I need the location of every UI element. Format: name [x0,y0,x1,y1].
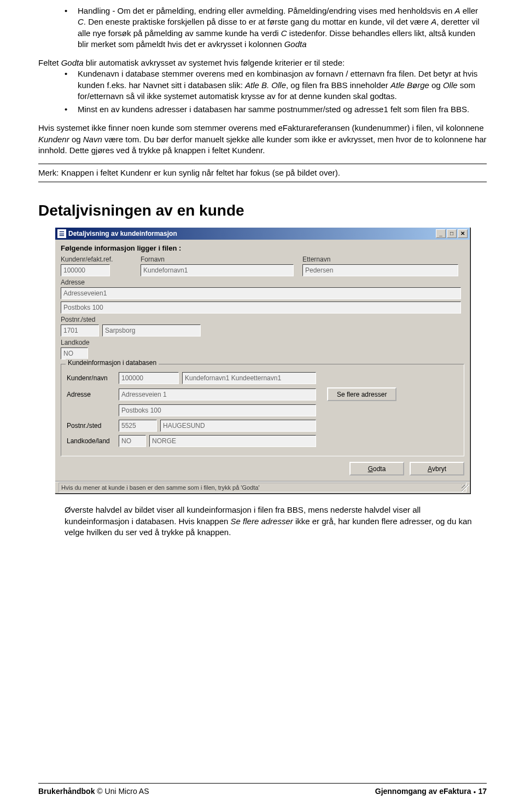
input-db-adresse1[interactable]: Adresseveien 1 [119,388,316,401]
group-kundeinfo-db: Kundeinformasjon i databasen Kundenr/nav… [61,364,464,456]
label-kundenr-navn: Kundenr/navn [67,374,119,382]
bullet-dot: • [65,5,78,50]
input-db-adresse2[interactable]: Postboks 100 [119,404,316,416]
input-kundenr[interactable]: 100000 [61,264,110,276]
section-caption: Følgende informasjon ligger i filen : [61,244,464,252]
statusbar-text: Hvis du mener at kunde i basen er den sa… [59,483,466,492]
input-landkode[interactable]: NO [61,347,88,359]
section-heading: Detaljvisningen av en kunde [38,202,487,219]
input-etternavn[interactable]: Pedersen [302,264,458,276]
resize-grip-icon[interactable] [462,485,469,492]
window-statusbar: Hvis du mener at kunde i basen er den sa… [55,481,470,493]
input-db-sted[interactable]: HAUGESUND [160,420,316,432]
footer-right: Gjennomgang av eFaktura●17 [375,787,487,796]
label-etternavn: Etternavn [302,256,458,263]
bullet-item: • Kundenavn i database stemmer overens m… [65,68,487,102]
bullet-dot: • [65,104,78,115]
detail-window: ☰ Detaljvisning av kundeinformasjon _ □ … [55,227,470,494]
input-adresse1[interactable]: Adresseveien1 [61,287,461,299]
input-sted[interactable]: Sarpsborg [102,324,201,337]
label-fornavn: Fornavn [141,256,294,263]
bullet-item: • Minst en av kundens adresser i databas… [65,104,487,115]
footer-left: Brukerhåndbok © Uni Micro AS [38,787,149,796]
label-kundenr: Kundenr/efakt.ref. [61,256,132,263]
avbryt-button[interactable]: Avbryt [410,462,464,475]
input-fornavn[interactable]: Kundefornavn1 [141,264,294,276]
label-db-landkode-land: Landkode/land [67,437,119,445]
input-db-postnr[interactable]: 5525 [119,420,157,432]
input-db-landkode[interactable]: NO [119,435,146,447]
se-flere-adresser-button[interactable]: Se flere adresser [327,387,396,401]
bullet-text: Minst en av kundens adresser i databasen… [78,104,487,115]
input-adresse2[interactable]: Postboks 100 [61,301,461,314]
godta-button[interactable]: Godta [349,462,404,475]
label-postnr: Postnr./sted [61,316,464,323]
paragraph-below-window: Øverste halvdel av bildet viser all kund… [65,504,487,538]
divider [38,164,487,164]
label-landkode: Landkode [61,339,464,346]
window-icon: ☰ [57,229,66,238]
window-title: Detaljvisning av kundeinformasjon [68,230,436,237]
bullet-dot: • [65,68,78,102]
input-db-kundenr[interactable]: 100000 [119,372,179,384]
paragraph-feltet-godta: Feltet Godta blir automatisk avkrysset a… [38,57,487,115]
merk-note: Merk: Knappen i feltet Kundenr er kun sy… [38,167,487,178]
label-adresse: Adresse [61,279,464,286]
maximize-button[interactable]: □ [447,229,457,238]
minimize-button[interactable]: _ [436,229,446,238]
label-db-postnr: Postnr./sted [67,422,119,430]
top-bullet-list: • Handling - Om det er påmelding, endrin… [65,5,487,50]
divider [38,182,487,182]
window-titlebar: ☰ Detaljvisning av kundeinformasjon _ □ … [55,228,470,240]
paragraph-hvis-systemet: Hvis systemet ikke finner noen kunde som… [38,123,487,156]
label-db-adresse: Adresse [67,391,119,398]
input-db-navn[interactable]: Kundefornavn1 Kundeetternavn1 [182,372,316,384]
close-button[interactable]: ✕ [458,229,468,238]
page-footer: Brukerhåndbok © Uni Micro AS Gjennomgang… [38,783,487,796]
bullet-text: Handling - Om det er påmelding, endring … [78,5,487,50]
input-postnr[interactable]: 1701 [61,324,99,337]
bullet-text: Kundenavn i database stemmer overens med… [78,68,487,102]
group-title: Kundeinformasjon i databasen [66,359,159,367]
bullet-item: • Handling - Om det er påmelding, endrin… [65,5,487,50]
input-db-land[interactable]: NORGE [149,435,316,447]
